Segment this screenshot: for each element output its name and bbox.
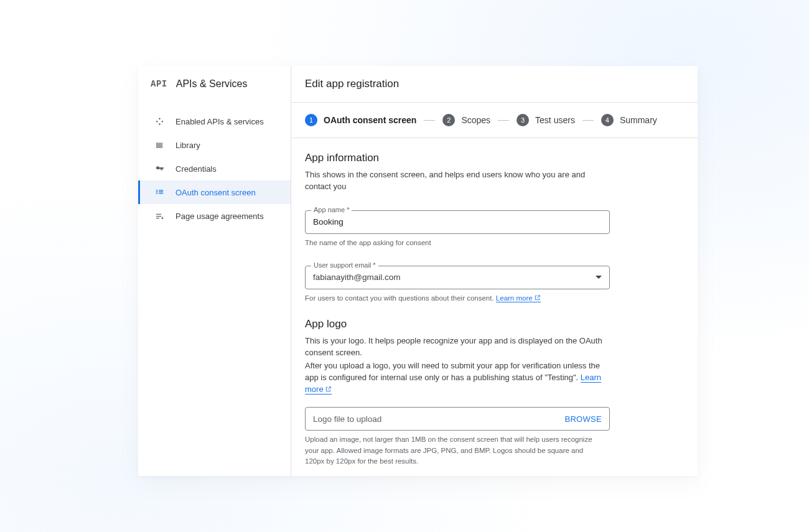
library-icon xyxy=(153,139,166,151)
step-separator xyxy=(498,120,509,121)
content-area: App information This shows in the consen… xyxy=(291,138,698,467)
support-email-label: User support email * xyxy=(311,261,378,269)
section-app-logo-title: App logo xyxy=(305,318,684,330)
app-name-helper: The name of the app asking for consent xyxy=(305,238,604,248)
external-link-icon xyxy=(534,294,541,304)
svg-point-0 xyxy=(161,217,163,219)
section-app-logo-desc1: This is your logo. It helps people recog… xyxy=(305,335,604,359)
step-label: Summary xyxy=(620,115,657,125)
sidebar-item-page-usage[interactable]: Page usage agreements xyxy=(138,204,291,228)
support-email-value: fabianayith@gmail.com xyxy=(313,273,401,282)
step-number: 2 xyxy=(442,114,455,126)
app-name-field: App name * xyxy=(305,210,610,234)
step-number: 3 xyxy=(517,114,529,126)
sidebar-item-credentials[interactable]: Credentials xyxy=(138,157,291,180)
key-icon xyxy=(153,162,166,175)
stepper: 1 OAuth consent screen 2 Scopes 3 Test u… xyxy=(291,103,698,138)
sidebar-item-label: OAuth consent screen xyxy=(175,188,256,197)
step-number: 4 xyxy=(601,114,614,126)
sidebar-item-label: Enabled APIs & services xyxy=(175,117,264,126)
section-app-info-desc: This shows in the consent screen, and he… xyxy=(305,169,604,193)
sidebar-header: API APIs & Services xyxy=(138,66,291,102)
sidebar-item-label: Library xyxy=(175,141,200,150)
browse-button[interactable]: BROWSE xyxy=(564,414,602,424)
diamond-grid-icon xyxy=(153,115,166,128)
sidebar-item-label: Page usage agreements xyxy=(175,212,264,221)
step-separator xyxy=(424,120,435,121)
app-window: API APIs & Services Enabled APIs & servi… xyxy=(138,66,698,476)
step-oauth-consent[interactable]: 1 OAuth consent screen xyxy=(305,114,416,126)
sidebar-title: APIs & Services xyxy=(176,78,248,90)
sidebar-item-oauth-consent[interactable]: OAuth consent screen xyxy=(138,180,291,204)
step-separator xyxy=(582,120,594,121)
logo-upload-helper: Upload an image, not larger than 1MB on … xyxy=(305,434,604,467)
app-name-input[interactable] xyxy=(305,210,610,234)
step-label: Test users xyxy=(535,115,575,125)
section-app-info-title: App information xyxy=(305,152,684,164)
app-name-label: App name * xyxy=(311,206,352,213)
chevron-down-icon xyxy=(596,276,602,279)
support-email-field: User support email * fabianayith@gmail.c… xyxy=(305,266,610,289)
support-email-helper: For users to contact you with questions … xyxy=(305,293,604,304)
sidebar-item-label: Credentials xyxy=(175,164,217,174)
logo-upload-placeholder: Logo file to upload xyxy=(313,414,381,424)
external-link-icon xyxy=(325,385,332,396)
agreements-icon xyxy=(153,210,166,222)
section-app-logo-desc2: After you upload a logo, you will need t… xyxy=(305,360,604,396)
step-test-users[interactable]: 3 Test users xyxy=(517,114,575,126)
sidebar: API APIs & Services Enabled APIs & servi… xyxy=(138,66,291,476)
learn-more-link[interactable]: Learn more xyxy=(496,294,541,302)
sidebar-item-library[interactable]: Library xyxy=(138,133,291,157)
api-logo: API xyxy=(151,79,167,89)
consent-screen-icon xyxy=(153,186,166,198)
step-label: OAuth consent screen xyxy=(324,115,416,125)
logo-upload-field[interactable]: Logo file to upload BROWSE xyxy=(305,407,610,431)
support-email-select[interactable]: fabianayith@gmail.com xyxy=(305,266,610,289)
step-number: 1 xyxy=(305,114,317,126)
step-summary[interactable]: 4 Summary xyxy=(601,114,657,126)
step-label: Scopes xyxy=(461,115,490,125)
main-panel: Edit app registration 1 OAuth consent sc… xyxy=(291,66,698,476)
sidebar-nav: Enabled APIs & services Library Credenti… xyxy=(138,102,291,228)
sidebar-item-enabled-apis[interactable]: Enabled APIs & services xyxy=(138,110,291,133)
step-scopes[interactable]: 2 Scopes xyxy=(442,114,490,126)
page-title: Edit app registration xyxy=(291,66,698,102)
